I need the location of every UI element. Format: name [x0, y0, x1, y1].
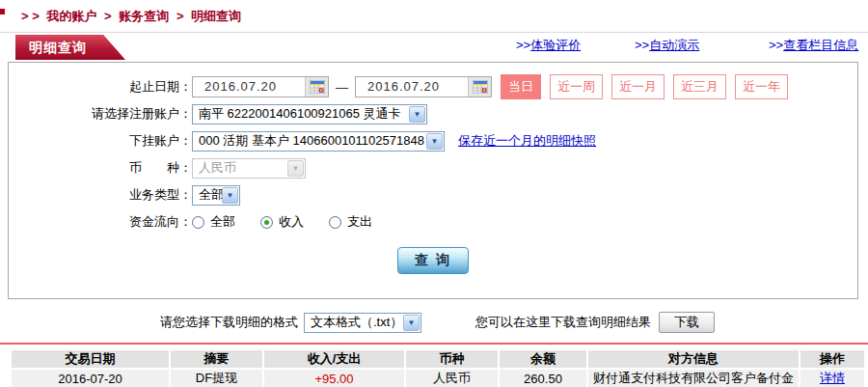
currency-select: 人民币 ▼	[192, 158, 306, 179]
result-table: 交易日期 摘要 收入/支出 币种 余额 对方信息 操作 2016-07-20 D…	[10, 348, 866, 387]
breadcrumb-separator: >	[176, 9, 184, 23]
calendar-icon[interactable]	[305, 77, 328, 97]
breadcrumb-item-my-account[interactable]: 我的账户	[46, 9, 96, 23]
flow-radio-all[interactable]: 全部	[192, 213, 235, 231]
link-prefix: >>	[635, 38, 649, 52]
flow-radio-expense-label: 支出	[347, 213, 372, 231]
query-button-row: 查 询	[9, 247, 857, 274]
breadcrumb-separator: >	[104, 9, 112, 23]
save-snapshot-link[interactable]: 保存近一个月的明细快照	[458, 132, 596, 150]
chevron-down-icon: ▼	[287, 160, 304, 177]
end-date-input[interactable]: 2016.07.20	[355, 76, 492, 97]
sub-account-select[interactable]: 000 活期 基本户 1406600101102571848 ▼	[192, 131, 445, 152]
biz-type-label: 业务类型：	[9, 186, 192, 204]
radio-checked-icon[interactable]	[260, 216, 273, 229]
query-button[interactable]: 查 询	[397, 247, 469, 274]
link-label: 体验评价	[530, 38, 581, 52]
currency-row: 币 种： 人民币 ▼	[9, 156, 857, 180]
chevron-down-icon[interactable]: ▼	[403, 315, 420, 331]
col-header-amount: 收入/支出	[264, 350, 404, 368]
radio-icon[interactable]	[329, 216, 341, 229]
radio-icon[interactable]	[192, 216, 204, 229]
biz-type-value: 全部	[193, 186, 222, 204]
cell-counterparty: 财付通支付科技有限公司客户备付金	[588, 370, 799, 387]
table-row: 2016-07-20 DF提现 +95.00 人民币 260.50 财付通支付科…	[12, 370, 864, 387]
breadcrumb: > > 我的账户 > 账务查询 > 明细查询	[21, 8, 245, 25]
detail-link[interactable]: 详情	[820, 371, 845, 385]
sub-account-row: 下挂账户： 000 活期 基本户 1406600101102571848 ▼ 保…	[9, 129, 857, 152]
download-format-select[interactable]: 文本格式（.txt） ▼	[304, 313, 421, 333]
col-header-currency: 币种	[406, 350, 498, 368]
red-divider	[0, 343, 868, 345]
calendar-icon[interactable]	[468, 77, 491, 97]
flow-radio-income-label: 收入	[279, 213, 304, 231]
col-header-counterparty: 对方信息	[588, 350, 799, 368]
download-button[interactable]: 下载	[659, 312, 715, 333]
period-button-today[interactable]: 当日	[501, 74, 541, 99]
experience-rating-link[interactable]: >>体验评价	[516, 37, 581, 54]
date-range-label: 起止日期：	[9, 78, 192, 96]
top-links: >>体验评价 >>自动演示 >>查看栏目信息	[0, 37, 868, 56]
download-section: 请您选择下载明细的格式 文本格式（.txt） ▼ 您可以在这里下载查询明细结果 …	[0, 310, 868, 335]
auto-demo-link[interactable]: >>自动演示	[635, 37, 699, 54]
register-account-row: 请选择注册账户： 南平 6222001406100921065 灵通卡 ▼	[9, 102, 857, 125]
page-header: > > 我的账户 > 账务查询 > 明细查询 明细查询 >>体验评价 >>自动演…	[0, 0, 868, 62]
register-account-value: 南平 6222001406100921065 灵通卡	[193, 105, 409, 123]
download-format-label: 请您选择下载明细的格式	[160, 314, 298, 331]
link-label: 查看栏目信息	[783, 38, 858, 52]
download-hint: 您可以在这里下载查询明细结果	[475, 314, 651, 331]
breadcrumb-item-detail-query[interactable]: 明细查询	[191, 9, 241, 23]
link-prefix: >>	[769, 38, 783, 52]
chevron-down-icon[interactable]: ▼	[409, 106, 425, 123]
fund-flow-options: 全部 收入 支出	[192, 213, 397, 231]
cell-summary: DF提现	[171, 370, 262, 387]
column-info-link[interactable]: >>查看栏目信息	[769, 37, 858, 54]
fund-flow-label: 资金流向：	[9, 213, 192, 231]
period-button-year[interactable]: 近一年	[735, 74, 788, 99]
col-header-balance: 余额	[500, 350, 586, 368]
sub-account-value: 000 活期 基本户 1406600101102571848	[193, 132, 426, 150]
link-label: 自动演示	[649, 38, 699, 52]
download-format-value: 文本格式（.txt）	[305, 314, 403, 331]
breadcrumb-prefix: > >	[21, 9, 40, 23]
flow-radio-all-label: 全部	[210, 213, 235, 231]
register-account-label: 请选择注册账户：	[9, 105, 192, 123]
sub-account-label: 下挂账户：	[9, 132, 192, 150]
end-date-value: 2016.07.20	[356, 77, 468, 97]
flow-radio-expense[interactable]: 支出	[329, 213, 372, 231]
date-range-separator: —	[336, 80, 348, 95]
chevron-down-icon[interactable]: ▼	[222, 187, 238, 204]
currency-label: 币 种：	[9, 159, 192, 177]
breadcrumb-item-account-query[interactable]: 账务查询	[119, 9, 169, 23]
link-prefix: >>	[516, 38, 530, 52]
register-account-select[interactable]: 南平 6222001406100921065 灵通卡 ▼	[192, 104, 427, 124]
col-header-summary: 摘要	[171, 350, 262, 368]
date-range-row: 起止日期： 2016.07.20 — 2016.07.20	[9, 75, 857, 98]
left-edge-marker	[0, 9, 5, 14]
fund-flow-row: 资金流向： 全部 收入 支出	[9, 210, 857, 234]
period-button-week[interactable]: 近一周	[550, 74, 603, 99]
start-date-value: 2016.07.20	[193, 77, 305, 97]
cell-date: 2016-07-20	[12, 370, 169, 387]
col-header-action: 操作	[800, 350, 864, 368]
period-button-quarter[interactable]: 近三月	[673, 74, 726, 99]
cell-balance: 260.50	[500, 370, 586, 387]
table-header-row: 交易日期 摘要 收入/支出 币种 余额 对方信息 操作	[12, 350, 864, 368]
cell-amount: +95.00	[264, 370, 404, 387]
divider	[0, 32, 868, 33]
biz-type-row: 业务类型： 全部 ▼	[9, 183, 857, 207]
cell-currency: 人民币	[406, 370, 498, 387]
biz-type-select[interactable]: 全部 ▼	[192, 185, 240, 206]
col-header-date: 交易日期	[12, 350, 169, 368]
currency-value: 人民币	[193, 159, 287, 177]
chevron-down-icon[interactable]: ▼	[426, 133, 443, 150]
start-date-input[interactable]: 2016.07.20	[192, 76, 329, 97]
cell-action: 详情	[800, 370, 864, 387]
query-form-panel: 起止日期： 2016.07.20 — 2016.07.20	[8, 62, 858, 299]
flow-radio-income[interactable]: 收入	[260, 213, 304, 231]
period-button-month[interactable]: 近一月	[611, 74, 665, 99]
